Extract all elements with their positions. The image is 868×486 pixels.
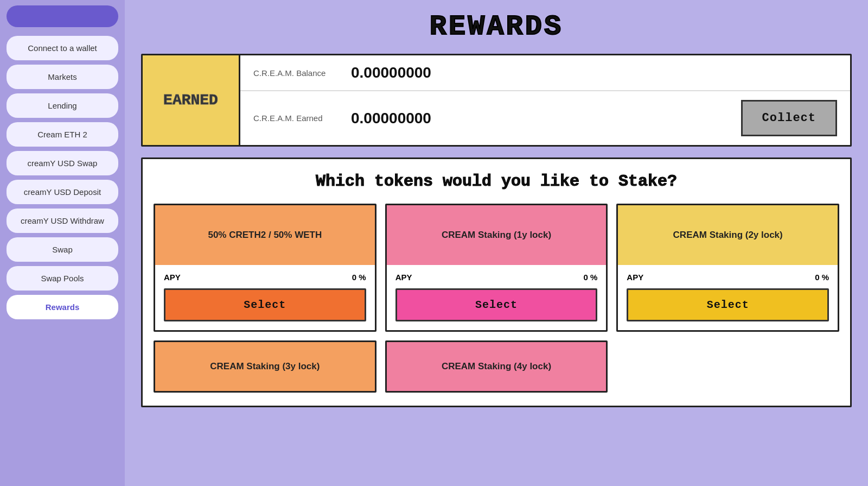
card-2-body: APY 0 % Select [387, 265, 607, 330]
earned-row: C.R.E.A.M. Earned 0.00000000 Collect [240, 91, 850, 145]
sidebar-item-cream-eth2[interactable]: Cream ETH 2 [7, 122, 118, 147]
sidebar-item-swap-pools[interactable]: Swap Pools [7, 266, 118, 291]
sidebar-item-lending[interactable]: Lending [7, 93, 118, 118]
balance-row: C.R.E.A.M. Balance 0.00000000 [240, 55, 850, 91]
card-2-apy-value: 0 % [583, 273, 597, 282]
select-button-2[interactable]: Select [395, 288, 598, 321]
earned-label: Earned [163, 92, 218, 109]
sidebar-item-rewards[interactable]: Rewards [7, 295, 118, 319]
staking-card-2: CREAM Staking (1y lock) APY 0 % Select [385, 204, 608, 332]
sidebar-item-creamy-deposit[interactable]: creamY USD Deposit [7, 180, 118, 204]
sidebar: Connect to a wallet Markets Lending Crea… [0, 0, 125, 486]
card-2-header: CREAM Staking (1y lock) [387, 205, 607, 265]
earned-value: 0.00000000 [351, 110, 741, 127]
card-3-apy-label: APY [627, 273, 643, 282]
staking-card-5: CREAM Staking (4y lock) [385, 340, 608, 393]
card-4-header: CREAM Staking (3y lock) [155, 342, 375, 391]
sidebar-item-swap[interactable]: Swap [7, 237, 118, 262]
card-2-apy-row: APY 0 % [395, 273, 598, 282]
earned-panel: Earned C.R.E.A.M. Balance 0.00000000 C.R… [141, 54, 852, 147]
markets-button[interactable]: Markets [7, 65, 118, 89]
collect-button[interactable]: Collect [741, 100, 837, 136]
staking-section: Which tokens would you like to Stake? 50… [141, 157, 852, 407]
card-2-apy-label: APY [395, 273, 412, 282]
card-1-apy-row: APY 0 % [164, 273, 366, 282]
card-5-header: CREAM Staking (4y lock) [387, 342, 607, 391]
staking-card-3: CREAM Staking (2y lock) APY 0 % Select [616, 204, 839, 332]
main-content: Rewards Earned C.R.E.A.M. Balance 0.0000… [125, 0, 868, 486]
card-1-apy-label: APY [164, 273, 181, 282]
connect-wallet-button[interactable]: Connect to a wallet [7, 36, 118, 60]
card-3-apy-row: APY 0 % [627, 273, 829, 282]
select-button-1[interactable]: Select [164, 288, 366, 321]
sidebar-item-creamy-withdraw[interactable]: creamY USD Withdraw [7, 209, 118, 233]
balance-value: 0.00000000 [351, 64, 837, 81]
staking-grid: 50% CRETH2 / 50% WETH APY 0 % Select CRE… [154, 204, 839, 332]
sidebar-logo [7, 5, 118, 27]
staking-card-1: 50% CRETH2 / 50% WETH APY 0 % Select [154, 204, 376, 332]
card-3-body: APY 0 % Select [618, 265, 838, 330]
staking-grid-bottom: CREAM Staking (3y lock) CREAM Staking (4… [154, 340, 839, 393]
card-3-apy-value: 0 % [815, 273, 829, 282]
balance-key: C.R.E.A.M. Balance [253, 68, 351, 78]
earned-right: C.R.E.A.M. Balance 0.00000000 C.R.E.A.M.… [240, 55, 850, 145]
staking-card-4: CREAM Staking (3y lock) [154, 340, 376, 393]
card-1-apy-value: 0 % [352, 273, 366, 282]
page-title: Rewards [141, 11, 852, 43]
staking-title: Which tokens would you like to Stake? [154, 172, 839, 191]
sidebar-item-creamy-swap[interactable]: creamY USD Swap [7, 151, 118, 175]
card-1-header: 50% CRETH2 / 50% WETH [155, 205, 375, 265]
card-1-body: APY 0 % Select [155, 265, 375, 330]
card-3-header: CREAM Staking (2y lock) [618, 205, 838, 265]
earned-key: C.R.E.A.M. Earned [253, 113, 351, 123]
select-button-3[interactable]: Select [627, 288, 829, 321]
earned-label-box: Earned [143, 55, 240, 145]
